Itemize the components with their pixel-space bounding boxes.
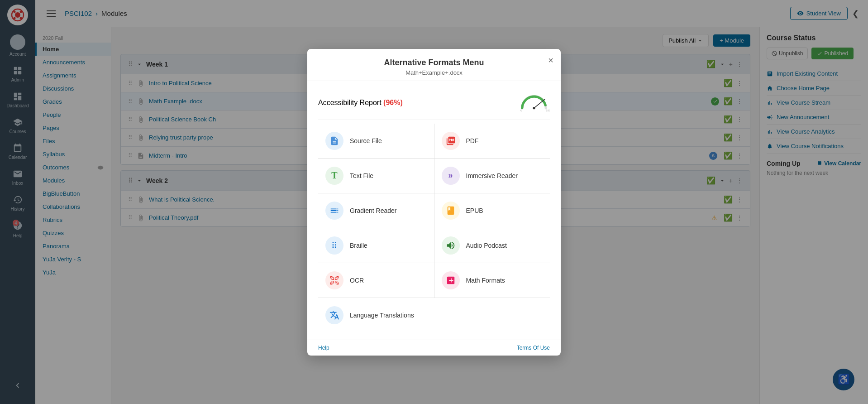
modal-subtitle: Math+Example+.docx xyxy=(318,69,550,76)
modal-overlay[interactable]: Alternative Formats Menu Math+Example+.d… xyxy=(0,0,868,404)
math-formats-label: Math Formats xyxy=(466,277,505,284)
immersive-reader-label: Immersive Reader xyxy=(466,172,518,179)
pdf-format[interactable]: PDF xyxy=(434,124,550,158)
source-file-format[interactable]: Source File xyxy=(318,124,434,158)
math-formats-format[interactable]: Math Formats xyxy=(434,263,550,298)
modal-footer: Help Terms Of Use xyxy=(307,340,561,356)
immersive-reader-icon: » xyxy=(442,167,460,185)
alternative-formats-modal: Alternative Formats Menu Math+Example+.d… xyxy=(307,49,561,356)
accessibility-report-row: Accessibility Report (96%) 0 xyxy=(318,88,550,120)
audio-podcast-label: Audio Podcast xyxy=(466,242,507,249)
svg-point-14 xyxy=(533,107,535,109)
gradient-reader-label: Gradient Reader xyxy=(350,207,397,214)
math-formats-icon xyxy=(442,271,460,289)
modal-terms-link[interactable]: Terms Of Use xyxy=(517,345,550,351)
audio-podcast-format[interactable]: Audio Podcast xyxy=(434,228,550,263)
ocr-format[interactable]: OCR xyxy=(318,263,434,298)
modal-help-link[interactable]: Help xyxy=(318,345,329,351)
pdf-icon xyxy=(442,132,460,150)
language-translations-label: Language Translations xyxy=(350,312,414,319)
modal-close-button[interactable]: × xyxy=(548,55,553,66)
epub-format[interactable]: EPUB xyxy=(434,193,550,228)
accessibility-report-label: Accessibility Report (96%) xyxy=(318,99,403,107)
format-grid: Source File PDF T Text File xyxy=(318,124,550,332)
ocr-label: OCR xyxy=(350,277,364,284)
immersive-reader-format[interactable]: » Immersive Reader xyxy=(434,159,550,193)
language-translations-format[interactable]: Language Translations xyxy=(318,298,550,332)
source-file-icon xyxy=(325,132,343,150)
svg-text:100: 100 xyxy=(546,108,550,111)
gauge-chart: 0 100 xyxy=(518,92,550,112)
source-file-label: Source File xyxy=(350,137,382,144)
braille-icon: ⠿ xyxy=(325,236,343,255)
ocr-icon xyxy=(325,271,343,289)
gradient-reader-icon xyxy=(325,202,343,220)
braille-label: Braille xyxy=(350,242,367,249)
audio-podcast-icon xyxy=(442,236,460,255)
text-file-label: Text File xyxy=(350,172,373,179)
accessibility-gauge: 0 100 xyxy=(518,92,550,114)
modal-body: Accessibility Report (96%) 0 xyxy=(307,81,561,340)
text-file-format[interactable]: T Text File xyxy=(318,159,434,193)
svg-text:0: 0 xyxy=(520,108,522,111)
svg-line-13 xyxy=(534,99,545,108)
accessibility-pct: (96%) xyxy=(383,99,403,106)
epub-label: EPUB xyxy=(466,207,483,214)
braille-format[interactable]: ⠿ Braille xyxy=(318,228,434,263)
epub-icon xyxy=(442,202,460,220)
modal-header: Alternative Formats Menu Math+Example+.d… xyxy=(307,49,561,81)
language-translations-icon xyxy=(325,306,343,324)
modal-title: Alternative Formats Menu xyxy=(318,58,550,67)
pdf-label: PDF xyxy=(466,137,479,144)
gradient-reader-format[interactable]: Gradient Reader xyxy=(318,193,434,228)
text-file-icon: T xyxy=(325,167,343,185)
